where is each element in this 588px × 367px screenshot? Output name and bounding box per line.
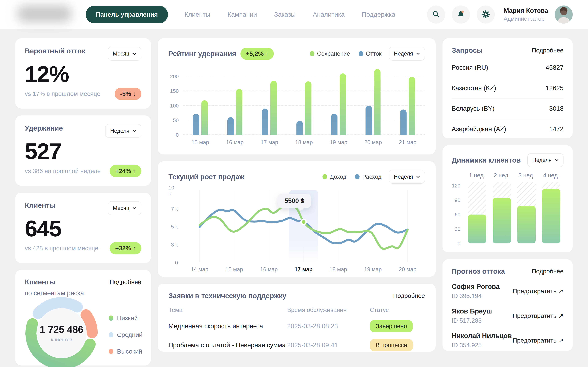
list-item: София РоговаID 395.194 Предотвратить ↗ [452,283,563,300]
churn-title: Прогноз оттока [452,267,505,275]
bar [340,73,346,135]
bar [296,121,303,135]
list-item: Беларусь (BY)3018 [452,99,563,119]
header-actions: Мария Котова Администратор [420,6,573,24]
chevron-down-icon [132,130,137,132]
settings-button[interactable] [477,6,495,24]
trend-badge: -5% ↓ [115,88,141,100]
nav-clients[interactable]: Клиенты [184,11,210,18]
bar [517,206,536,243]
prevent-link[interactable]: Предотвратить ↗ [512,337,563,344]
bar [365,106,372,135]
requests-more-link[interactable]: Подробнее [532,47,563,54]
nav-campaigns[interactable]: Кампании [227,11,257,18]
kpi-value: 527 [25,140,141,163]
donut-total: 1 725 486 [40,324,83,335]
nav-orders[interactable]: Заказы [274,11,295,18]
list-item: Азербайджан (AZ)1472 [452,119,563,139]
col-header-time: Время обслуживания [287,307,370,313]
period-select[interactable]: Месяц [108,47,141,60]
kpi-title: Клиенты [25,201,56,209]
period-select[interactable]: Неделя [389,170,425,184]
user-name: Мария Котова [504,7,548,14]
bar-group [321,67,356,135]
tab-dashboard[interactable]: Панель управления [86,6,168,23]
kpi-value: 645 [25,217,141,240]
y-axis: 03 k5 k7 k10 k [168,190,182,262]
top-bar: Панель управления Клиенты Кампании Заказ… [0,0,588,29]
kpi-card-churn: Вероятный отток Месяц 12% vs 17% в прошл… [15,38,151,108]
search-icon [432,10,440,19]
bar [270,81,277,135]
legend-dot-churn [359,51,363,56]
hatched-track [493,182,511,243]
kpi-value: 12% [25,63,141,85]
list-item: Казахстан (KZ)12625 [452,78,563,99]
bar-group [390,67,425,135]
tickets-table: Тема Время обслуживания Статус Медленная… [168,307,425,351]
nav-support[interactable]: Поддержка [362,11,395,18]
status-badge: В процессе [370,339,413,351]
bar [493,198,511,243]
sales-legend: Доход Расход [322,174,381,180]
period-select[interactable]: Неделя [389,47,425,60]
x-axis: 1 нед.2 нед.3 нед.4 нед. [465,172,563,181]
chevron-down-icon [416,175,420,178]
ticket-time: 2025-03-28 09:41 [287,342,370,349]
legend-label: Низкий [117,315,138,322]
retention-badge: +5,2% ↑ [240,48,274,60]
kpi-card-retention: Удержание Неделя 527 vs 386 на прошлой н… [15,116,151,186]
churn-list: София РоговаID 395.194 Предотвратить ↗ Я… [452,283,563,349]
chevron-down-icon [132,207,137,209]
main-nav: Клиенты Кампании Заказы Аналитика Поддер… [184,11,395,18]
bar [331,114,337,135]
search-button[interactable] [427,6,445,24]
segments-more-link[interactable]: Подробнее [110,279,141,285]
ticket-subject[interactable]: Медленная скорость интернета [168,323,287,330]
user-role: Администратор [504,16,548,22]
prevent-link[interactable]: Предотвратить ↗ [512,312,563,319]
col-header-status: Статус [370,307,425,313]
period-select[interactable]: Месяц [108,201,141,215]
bar [236,89,242,135]
retention-title: Рейтинг удержания [168,50,236,58]
avatar[interactable] [555,6,573,24]
client-dynamics-card: Динамика клиентов Неделя 0306090120 1 не… [442,145,573,252]
legend-dot-save [310,51,314,56]
prevent-link[interactable]: Предотвратить ↗ [512,287,563,295]
ticket-subject[interactable]: Проблема с оплатой - Неверная сумма [168,342,287,349]
period-select[interactable]: Неделя [527,153,563,167]
bar-group [252,67,287,135]
sales-chart-card: Текущий рост продаж Доход Расход Неделя … [158,161,436,277]
nav-analytics[interactable]: Аналитика [313,11,345,18]
plot-area [183,67,425,135]
legend-dot-mid [109,332,113,337]
sales-title: Текущий рост продаж [168,173,244,181]
dynamics-bar-chart: 0306090120 1 нед.2 нед.3 нед.4 нед. [452,172,563,243]
churn-forecast-card: Прогноз оттока Подробнее София РоговаID … [442,259,573,351]
segments-subtitle: по сегментам риска [25,290,141,297]
tickets-more-link[interactable]: Подробнее [393,292,425,299]
notifications-button[interactable] [452,6,470,24]
bar [409,77,415,135]
y-axis: 050100150200 [168,67,183,135]
legend-dot-income [322,174,327,179]
y-axis: 0306090120 [452,182,465,243]
sales-line-chart: 03 k5 k7 k10 k 5500 $ [168,190,425,262]
gear-icon [481,10,490,19]
kpi-compare: vs 428 в прошлом месяце [25,245,98,252]
app-logo[interactable] [15,4,77,25]
status-badge: Завершено [370,320,413,332]
x-axis: 15 мар16 мар17 мар18 мар19 мар20 мар21 м… [183,139,425,146]
dashboard-page: Панель управления Клиенты Кампании Заказ… [0,0,588,367]
trend-badge: +24% ↑ [110,165,141,177]
period-select[interactable]: Неделя [105,124,141,138]
churn-more-link[interactable]: Подробнее [532,268,563,275]
kpi-compare: vs 386 на прошлой неделе [25,167,101,175]
bar [193,114,199,135]
legend-dot-low [109,316,113,321]
legend-dot-expense [355,174,360,179]
requests-list: Россия (RU)45827 Казахстан (KZ)12625 Бел… [452,58,563,139]
bar [305,81,311,135]
plot-area: 5500 $ [182,190,425,262]
